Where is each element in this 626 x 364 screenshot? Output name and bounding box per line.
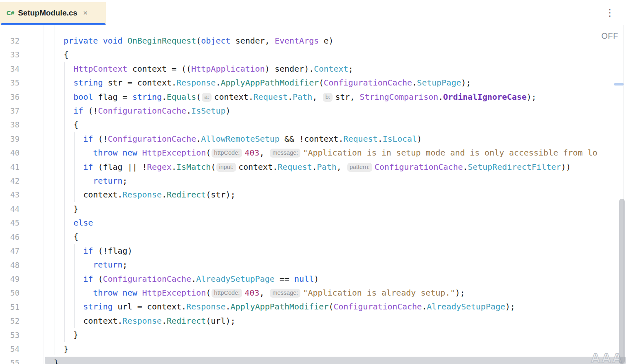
code-token: {	[54, 120, 78, 129]
code-token: ConfigurationCache	[333, 302, 422, 311]
inlay-hint: message:	[270, 289, 300, 298]
line-number[interactable]: 48	[0, 258, 20, 272]
code-line: }	[54, 356, 626, 364]
code-token: Regex	[147, 162, 172, 172]
more-options-icon[interactable]: ⋮	[605, 7, 615, 18]
line-number[interactable]: 36	[0, 90, 20, 104]
code-token: "Application is already setup."	[303, 288, 455, 298]
code-token	[118, 288, 123, 298]
code-token: 403	[245, 288, 259, 298]
code-token: OrdinalIgnoreCase	[443, 92, 527, 102]
code-token: (url);	[206, 316, 235, 326]
code-line: {	[54, 230, 626, 243]
code-token: HttpContext	[73, 64, 127, 74]
code-area[interactable]: private void OnBeginRequest(object sende…	[54, 34, 626, 364]
code-token: .	[162, 190, 167, 200]
code-token	[54, 162, 83, 172]
line-number[interactable]: 39	[0, 132, 20, 146]
code-line: if (!flag)	[54, 244, 626, 258]
code-token	[54, 246, 83, 256]
line-number[interactable]: 41	[0, 160, 20, 174]
code-token: }	[54, 344, 68, 354]
code-token: AlreadySetupPage	[427, 302, 505, 311]
code-token: (	[196, 92, 201, 102]
code-token	[54, 92, 73, 102]
line-number[interactable]: 55	[0, 356, 20, 364]
line-number[interactable]: 51	[0, 300, 20, 314]
vertical-scrollbar[interactable]	[619, 199, 625, 364]
line-number[interactable]: 33	[0, 48, 20, 61]
code-token	[54, 36, 64, 46]
code-token: Response	[176, 78, 216, 88]
code-token	[54, 274, 83, 284]
inlay-hint: input:	[216, 163, 236, 172]
inlay-hint: b:	[323, 93, 333, 102]
code-token: .	[196, 134, 201, 144]
line-number[interactable]: 40	[0, 146, 20, 160]
code-token	[54, 218, 73, 228]
code-token: 403	[245, 148, 259, 158]
code-line: if (flag || !Regex.IsMatch(input:context…	[54, 160, 626, 174]
code-token: .	[422, 302, 427, 311]
code-token: e)	[319, 36, 333, 46]
code-token: ,	[337, 162, 346, 172]
code-token: new	[123, 148, 137, 158]
line-number[interactable]: 34	[0, 62, 20, 76]
inlay-hint: httpCode:	[212, 289, 242, 298]
line-number[interactable]: 46	[0, 230, 20, 244]
code-token: .	[312, 162, 317, 172]
code-token: OnBeginRequest	[128, 36, 196, 46]
line-number[interactable]: 50	[0, 286, 20, 300]
line-number[interactable]: 38	[0, 118, 20, 132]
code-token: context.	[54, 190, 123, 200]
code-token: .	[463, 162, 468, 172]
code-token: ,	[312, 92, 322, 102]
code-token: .	[438, 92, 443, 102]
line-number[interactable]: 52	[0, 314, 20, 328]
line-number[interactable]: 53	[0, 328, 20, 342]
code-token	[54, 176, 93, 186]
code-line: {	[54, 48, 626, 61]
line-number[interactable]: 54	[0, 342, 20, 356]
code-token: AlreadySetupPage	[196, 274, 275, 284]
code-token: HttpException	[142, 148, 206, 158]
gutter[interactable]: 3233343536373839404142434445464748495051…	[0, 34, 20, 364]
tab-setupmodule[interactable]: C# SetupModule.cs ×	[0, 2, 106, 25]
highlighting-status-badge[interactable]: OFF	[602, 31, 619, 41]
line-number[interactable]: 37	[0, 104, 20, 118]
line-number[interactable]: 32	[0, 34, 20, 48]
line-number[interactable]: 47	[0, 244, 20, 258]
code-token: context.	[54, 316, 123, 326]
code-token: .	[191, 274, 196, 284]
code-token: new	[123, 288, 137, 298]
code-token: (!	[83, 106, 98, 116]
code-token: ;	[123, 176, 128, 186]
code-token: void	[103, 36, 122, 46]
code-token: HttpApplication	[191, 64, 265, 74]
code-line: bool flag = string.Equals(a:context.Requ…	[54, 90, 626, 104]
scroll-stripe-marker	[614, 83, 624, 86]
code-token: Response	[123, 316, 162, 326]
code-line: if (!ConfigurationCache.AllowRemoteSetup…	[54, 132, 626, 146]
line-number[interactable]: 43	[0, 188, 20, 202]
code-token: ConfigurationCache	[375, 162, 463, 172]
code-token: ConfigurationCache	[103, 274, 191, 284]
code-token: throw	[93, 288, 117, 298]
code-token: (	[211, 162, 216, 172]
code-token: context = ((	[128, 64, 192, 74]
code-token: (	[206, 148, 211, 158]
line-number[interactable]: 49	[0, 272, 20, 286]
code-token: ==	[275, 274, 294, 284]
line-number[interactable]: 44	[0, 202, 20, 216]
close-icon[interactable]: ×	[83, 9, 88, 17]
line-number[interactable]: 45	[0, 216, 20, 230]
code-line: {	[54, 118, 626, 132]
line-number[interactable]: 42	[0, 174, 20, 188]
code-token: if	[83, 274, 93, 284]
code-token	[54, 148, 93, 158]
line-number[interactable]: 35	[0, 76, 20, 90]
code-token: (!flag)	[93, 246, 132, 256]
code-token: ;	[123, 260, 128, 270]
code-line: }	[54, 328, 626, 342]
code-token: )	[225, 106, 230, 116]
